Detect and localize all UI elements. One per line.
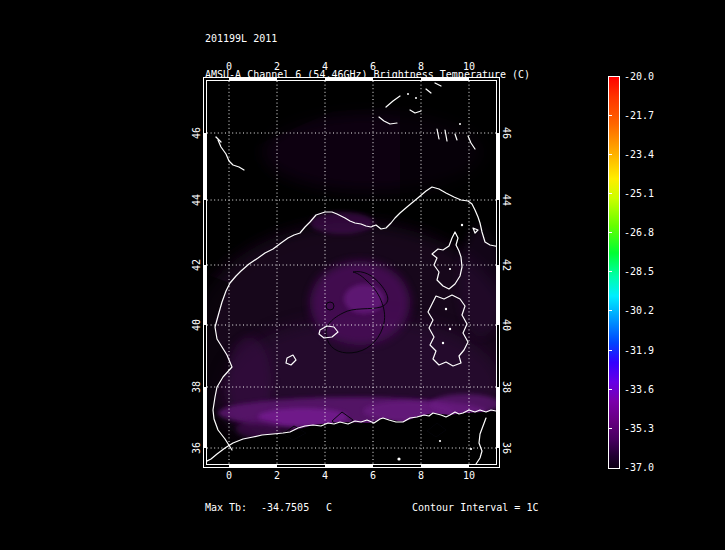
colorbar-tick-mark	[609, 428, 612, 429]
map-panel	[203, 77, 500, 468]
lon-tick-bottom-4: 4	[313, 470, 337, 481]
lat-tick-left-36: 36	[191, 442, 202, 454]
max-tb-unit: C	[326, 502, 332, 514]
colorbar-tick-mark	[609, 154, 612, 155]
colorbar-tick-mark	[609, 350, 612, 351]
lon-tick-top-10: 10	[457, 61, 481, 72]
colorbar-tick-mark	[609, 193, 612, 194]
colorbar-gradient	[608, 76, 620, 469]
lat-tick-left-44: 44	[191, 194, 202, 206]
max-tb-value: -34.7505	[261, 502, 309, 514]
lat-tick-left-46: 46	[191, 127, 202, 139]
lat-tick-right-36: 36	[501, 442, 512, 454]
colorbar-label-2: -23.4	[624, 149, 654, 160]
colorbar-label-6: -30.2	[624, 305, 654, 316]
lon-tick-top-4: 4	[313, 61, 337, 72]
colorbar-tick-mark	[609, 271, 612, 272]
lon-tick-bottom-2: 2	[265, 470, 289, 481]
map-plot	[203, 77, 500, 468]
contour-interval-note: Contour Interval = 1C	[412, 502, 538, 514]
storm-id: 201199L 2011	[205, 33, 530, 45]
colorbar-label-3: -25.1	[624, 188, 654, 199]
lon-tick-top-8: 8	[409, 61, 433, 72]
colorbar-label-8: -33.6	[624, 384, 654, 395]
colorbar-label-5: -28.5	[624, 266, 654, 277]
lat-tick-left-38: 38	[191, 381, 202, 393]
lon-tick-top-6: 6	[361, 61, 385, 72]
colorbar-tick-mark	[609, 389, 612, 390]
lon-tick-bottom-0: 0	[217, 470, 241, 481]
lon-tick-top-2: 2	[265, 61, 289, 72]
lon-tick-top-0: 0	[217, 61, 241, 72]
colorbar-label-1: -21.7	[624, 110, 654, 121]
lat-tick-right-42: 42	[501, 259, 512, 271]
colorbar-label-7: -31.9	[624, 345, 654, 356]
colorbar-label-4: -26.8	[624, 227, 654, 238]
lon-tick-bottom-10: 10	[457, 470, 481, 481]
lat-tick-right-44: 44	[501, 194, 512, 206]
colorbar-label-0: -20.0	[624, 71, 654, 82]
colorbar-label-10: -37.0	[624, 462, 654, 473]
lon-tick-bottom-6: 6	[361, 470, 385, 481]
colorbar-tick-mark	[609, 232, 612, 233]
colorbar-tick-mark	[609, 115, 612, 116]
lat-tick-right-46: 46	[501, 127, 512, 139]
lon-tick-bottom-8: 8	[409, 470, 433, 481]
app-canvas: 201199L 2011 AMSU-A Channel 6 (54.46GHz)…	[0, 0, 725, 550]
lat-tick-left-42: 42	[191, 259, 202, 271]
lat-tick-right-40: 40	[501, 319, 512, 331]
colorbar-label-9: -35.3	[624, 423, 654, 434]
lat-tick-left-40: 40	[191, 319, 202, 331]
max-tb-label: Max Tb:	[205, 502, 247, 514]
lat-tick-right-38: 38	[501, 381, 512, 393]
colorbar-tick-mark	[609, 310, 612, 311]
